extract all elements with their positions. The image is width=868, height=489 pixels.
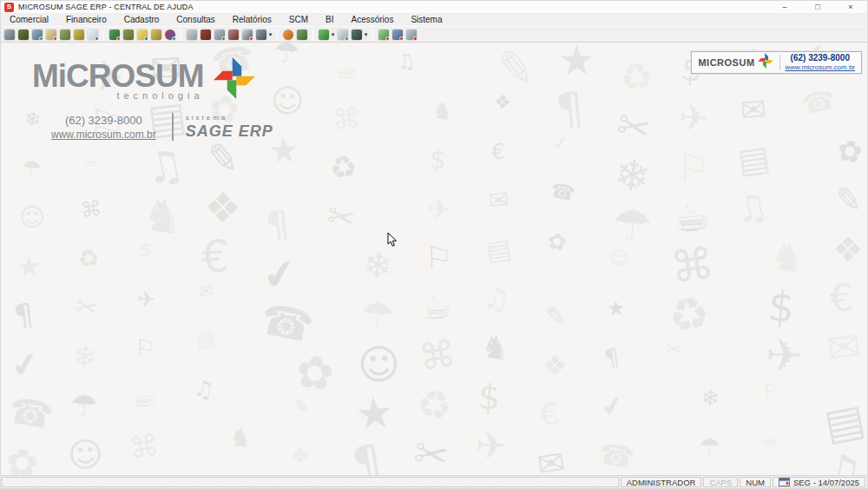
watermark-icon: ☕ (82, 151, 100, 170)
watermark-icon: ⚐ (135, 336, 157, 361)
money-bag-button[interactable] (16, 27, 30, 42)
cash-folder-button[interactable] (58, 27, 72, 42)
calculator-dropdown-arrow[interactable]: ▾ (363, 31, 369, 38)
workstation-button[interactable] (30, 27, 44, 42)
notepad-button[interactable] (44, 27, 58, 42)
disconnect-gear-button[interactable] (404, 27, 418, 42)
menu-item-relatorios[interactable]: Relatórios (224, 14, 280, 26)
watermark-icon: ✎ (494, 43, 538, 93)
dove-icon (187, 30, 197, 40)
header-logo-text: MICROSUM (698, 57, 754, 68)
watermark-icon: ☎ (257, 298, 317, 350)
watermark-icon: ¶ (554, 86, 586, 133)
watermark-icon: ✈ (137, 288, 156, 311)
watermark-icon: ☕ (130, 383, 157, 413)
watermark-icon: ♞ (139, 189, 187, 241)
header-logo: MICROSUM (698, 52, 773, 73)
monitor-button[interactable] (391, 27, 404, 42)
cash-folder-icon (60, 30, 70, 40)
watermark-icon: $ (477, 379, 502, 415)
watermark-icon: ▤ (821, 398, 867, 447)
menu-item-scm[interactable]: SCM (280, 14, 317, 26)
menu-item-comercial[interactable]: Comercial (1, 14, 57, 26)
hash-number-button[interactable] (240, 27, 254, 42)
watermark-icon: ✉ (536, 446, 568, 475)
watermark-icon: ✂ (614, 103, 654, 149)
car-button[interactable] (199, 27, 213, 42)
catalog-book-button[interactable] (122, 27, 135, 42)
watermark-icon: ✂ (74, 293, 100, 322)
menu-item-bi[interactable]: BI (317, 14, 342, 26)
watermark-icon: ★ (16, 252, 42, 281)
menu-item-acessorios[interactable]: Acessórios (342, 14, 402, 26)
barcode-button[interactable] (227, 27, 240, 42)
watermark-icon: $ (139, 240, 153, 260)
dove-button[interactable] (185, 27, 199, 42)
forward-arrow-button[interactable] (317, 27, 331, 42)
watermark-icon: ☂ (699, 435, 721, 459)
brand-tagline: tecnologia (32, 90, 204, 101)
calculator-icon (352, 30, 362, 40)
menu-item-cadastro[interactable]: Cadastro (115, 14, 168, 26)
workstation-icon (32, 30, 43, 40)
watermark-icon: ❖ (203, 186, 242, 228)
watermark-icon: ✔ (552, 134, 569, 153)
forward-arrow-dropdown-arrow[interactable]: ▾ (330, 31, 336, 38)
printer-button[interactable] (254, 27, 268, 42)
watermark-icon: ★ (606, 297, 626, 319)
crane-chart-button[interactable] (72, 27, 86, 42)
brand-divider (172, 113, 174, 141)
watermark-icon: $ (766, 285, 797, 328)
barcode-icon (228, 30, 239, 40)
watermark-icon: ✿ (293, 348, 337, 398)
printer-dropdown-arrow[interactable]: ▾ (267, 31, 273, 38)
header-info-box: MICROSUM (62) 3239-8000 www.microsum.com… (691, 51, 862, 74)
watermark-icon: ♻ (76, 245, 102, 272)
clock-button[interactable] (281, 27, 295, 42)
pos-terminal-button[interactable] (3, 27, 16, 42)
growth-chart-button[interactable] (377, 27, 391, 42)
minimize-button[interactable]: – (768, 1, 801, 13)
watermark-icon: € (201, 234, 230, 279)
watermark-icon: ♻ (617, 56, 656, 99)
watermark-icon: ❖ (542, 352, 568, 380)
watermark-icon: ⚐ (424, 242, 453, 274)
color-wheel-button[interactable] (163, 27, 177, 42)
menu-item-sistema[interactable]: Sistema (402, 14, 450, 26)
watermark-icon: ☕ (760, 428, 779, 450)
window-titlebar: S MICROSUM SAGE ERP - CENTRAL DE AJUDA –… (1, 1, 867, 14)
search-globe-button[interactable] (213, 27, 227, 42)
status-date: SEG - 14/07/2025 (793, 478, 859, 487)
watermark-icon: ¶ (12, 300, 35, 332)
menu-item-financeiro[interactable]: Financeiro (57, 14, 115, 26)
watermark-icon: ☎ (597, 439, 637, 472)
toolbar-separator (181, 29, 181, 41)
watermark-icon: ♻ (664, 288, 713, 342)
maximize-button[interactable]: □ (801, 1, 834, 13)
close-button[interactable]: × (834, 1, 867, 13)
window-controls: – □ × (768, 1, 867, 13)
menu-item-consultas[interactable]: Consultas (168, 14, 223, 26)
catalog-book-icon (123, 30, 134, 40)
watermark-icon: ✔ (9, 346, 43, 383)
watermark-icon: ¶ (349, 438, 385, 475)
toolbar: ▾▾▾ (1, 26, 867, 43)
green-cart-button[interactable] (108, 27, 122, 42)
watermark-icon: ✎ (293, 398, 309, 417)
calculator-button[interactable] (350, 27, 364, 42)
system-block: sistema SAGE ERP (186, 114, 273, 141)
document-report-button[interactable] (86, 27, 100, 42)
watermark-icon: ✂ (1, 43, 5, 55)
watermark-icon: ✉ (198, 281, 214, 301)
archive-box-button[interactable] (295, 27, 309, 42)
watermark-icon: ♞ (227, 425, 253, 453)
watermark-icon: ✿ (836, 135, 865, 168)
vehicle-button[interactable] (149, 27, 163, 42)
menu-bar: ComercialFinanceiroCadastroConsultasRela… (1, 14, 867, 26)
watermark-icon: ✈ (426, 194, 451, 223)
system-label: sistema (186, 114, 273, 122)
watermark-icon: ✂ (325, 198, 358, 235)
edit-note-button[interactable] (135, 27, 149, 42)
watermark-icon: ❖ (493, 92, 511, 112)
stamp-check-button[interactable] (336, 27, 350, 42)
